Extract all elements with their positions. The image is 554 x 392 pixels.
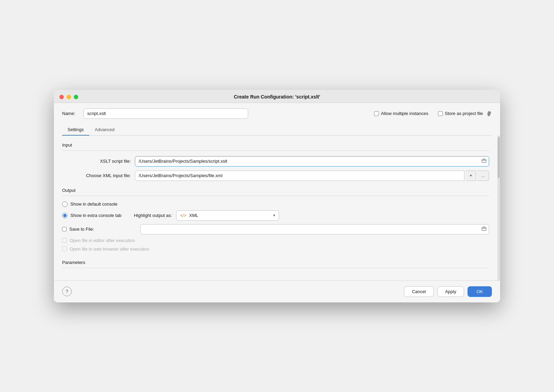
tab-advanced[interactable]: Advanced (89, 124, 120, 136)
store-project-checkbox-item[interactable]: Store as project file (438, 111, 492, 116)
console-radio-row: Show in default console (62, 201, 489, 207)
ok-button[interactable]: OK (468, 286, 492, 297)
highlight-dropdown[interactable]: </> XML ▾ (176, 210, 279, 221)
maximize-button[interactable] (74, 95, 78, 99)
footer: ? Cancel Apply OK (54, 280, 500, 302)
footer-buttons: Cancel Apply OK (404, 286, 492, 297)
open-editor-checkbox[interactable] (62, 238, 67, 243)
parameters-section: Parameters (62, 260, 489, 268)
cancel-button[interactable]: Cancel (404, 286, 434, 297)
chevron-down-icon: ▾ (273, 213, 275, 218)
save-file-check: Save to File: (62, 227, 138, 232)
xslt-input-wrap (135, 156, 489, 166)
svg-rect-1 (482, 227, 486, 230)
xslt-field-row: XSLT script file: (62, 156, 489, 166)
xml-tag-icon: </> (180, 213, 186, 218)
apply-button[interactable]: Apply (437, 286, 464, 297)
open-editor-row: Open file in editor after execution (62, 238, 489, 243)
content-area: Input XSLT script file: (54, 136, 500, 280)
highlight-text: XML (189, 213, 270, 218)
highlight-label: Highlight output as: (134, 213, 172, 218)
input-section-title: Input (62, 142, 489, 148)
store-project-label: Store as project file (445, 111, 483, 116)
xml-input-wrap: ▾ ... (135, 171, 489, 181)
parameters-section-title: Parameters (62, 260, 489, 265)
xslt-label: XSLT script file: (62, 159, 131, 164)
xslt-input[interactable] (135, 156, 489, 166)
open-browser-label: Open file in web browser after execution (70, 246, 149, 252)
parameters-divider (62, 268, 489, 268)
window-controls (59, 95, 78, 99)
dialog-window: Create Run Configuration: 'script.xslt' … (54, 90, 500, 302)
xml-dropdown-button[interactable]: ▾ (466, 171, 476, 181)
save-file-checkbox[interactable] (62, 227, 67, 231)
tab-settings[interactable]: Settings (62, 124, 89, 136)
xml-field-row: Choose XML input file: ▾ ... (62, 171, 489, 181)
open-editor-label: Open file in editor after execution (70, 238, 135, 243)
xslt-browse-icon[interactable] (482, 158, 486, 164)
output-section-title: Output (62, 188, 489, 193)
svg-rect-0 (482, 159, 486, 162)
help-button[interactable]: ? (62, 287, 72, 296)
save-file-input[interactable] (140, 224, 489, 234)
allow-multiple-label: Allow multiple instances (381, 111, 428, 116)
name-row: Name: Allow multiple instances Store as … (62, 108, 492, 119)
minimize-button[interactable] (67, 95, 71, 99)
allow-multiple-checkbox[interactable] (374, 111, 379, 116)
xml-input[interactable] (135, 171, 464, 181)
gear-icon[interactable] (486, 111, 492, 116)
scrollbar[interactable] (497, 136, 500, 280)
console-radio-label: Show in default console (70, 201, 117, 207)
header-area: Name: Allow multiple instances Store as … (54, 103, 500, 136)
main-panel: Input XSLT script file: (54, 136, 497, 280)
store-project-checkbox[interactable] (438, 111, 443, 116)
open-browser-checkbox[interactable] (62, 246, 67, 251)
console-radio[interactable] (62, 201, 68, 207)
name-label: Name: (62, 111, 79, 116)
highlight-row: Highlight output as: </> XML ▾ (134, 210, 279, 221)
output-section: Output Show in default console Show in e… (62, 188, 489, 252)
allow-multiple-checkbox-item[interactable]: Allow multiple instances (374, 111, 428, 116)
extra-tab-radio-label: Show in extra console tab (70, 213, 122, 218)
scrollbar-thumb[interactable] (498, 137, 500, 178)
xml-ellipsis-button[interactable]: ... (477, 171, 489, 181)
save-file-browse-icon[interactable] (482, 226, 486, 232)
save-file-row: Save to File: (62, 224, 489, 234)
name-input[interactable] (83, 108, 248, 119)
input-section: Input XSLT script file: (62, 142, 489, 181)
output-divider (62, 196, 489, 196)
save-file-label: Save to File: (69, 227, 94, 232)
input-divider (62, 150, 489, 151)
extra-tab-section: Show in extra console tab Highlight outp… (62, 210, 489, 221)
checkboxes-area: Allow multiple instances Store as projec… (374, 111, 492, 116)
xml-label: Choose XML input file: (62, 173, 131, 178)
extra-tab-radio-row: Show in extra console tab (62, 213, 122, 218)
window-title: Create Run Configuration: 'script.xslt' (234, 94, 320, 100)
tabs-row: Settings Advanced (62, 124, 492, 136)
titlebar: Create Run Configuration: 'script.xslt' (54, 90, 500, 103)
extra-tab-radio[interactable] (62, 213, 68, 218)
save-file-input-wrap (140, 224, 489, 234)
close-button[interactable] (59, 95, 64, 99)
open-browser-row: Open file in web browser after execution (62, 246, 489, 252)
